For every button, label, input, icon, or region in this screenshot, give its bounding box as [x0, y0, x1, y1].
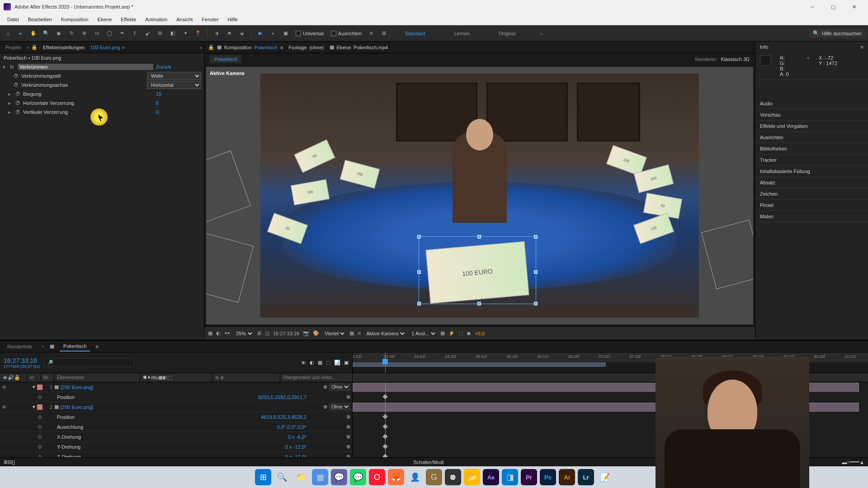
pixel-icon[interactable]: ▦ [440, 330, 445, 336]
panel-menu-icon[interactable]: ≡ [861, 44, 863, 50]
fx-target-link[interactable]: 100 Euro.png [90, 45, 120, 50]
ellipse-tool-icon[interactable]: ◯ [104, 28, 115, 39]
toggle-switches-icon[interactable]: ⊞ [4, 459, 8, 465]
guides-icon[interactable]: ⊞ [257, 330, 261, 336]
stopwatch-icon[interactable]: ⏱ [14, 73, 19, 79]
taskbar-windows-icon[interactable]: ⊞ [255, 469, 271, 485]
visibility-toggle[interactable]: 👁 [2, 404, 8, 410]
brush-tool-icon[interactable]: 🖌 [142, 28, 153, 39]
menu-fenster[interactable]: Fenster [197, 15, 223, 24]
zoom-slider[interactable]: ○━━━ [847, 459, 859, 465]
taskbar-ps-icon[interactable]: Ps [540, 469, 556, 485]
stopwatch-icon[interactable]: ⏱ [14, 82, 19, 88]
playhead-handle[interactable] [382, 359, 388, 364]
draft-icon[interactable]: ◉ [467, 330, 471, 336]
panel-absatz[interactable]: Absatz [755, 177, 868, 188]
help-search[interactable]: 🔍 Hilfe durchsuchen [809, 29, 865, 38]
taskbar-teams-icon[interactable]: 💬 [331, 469, 347, 485]
stopwatch-icon[interactable]: ⏱ [15, 100, 20, 106]
snapshot-icon[interactable]: 📷 [303, 330, 309, 336]
rect-tool-icon[interactable]: ▭ [91, 28, 102, 39]
bend-value[interactable]: 15 [156, 91, 201, 97]
menu-hilfe[interactable]: Hilfe [223, 15, 242, 24]
home-icon[interactable]: ⌂ [3, 28, 14, 39]
expand-icon[interactable]: ▾ [33, 384, 35, 390]
text-tool-icon[interactable]: T [129, 28, 140, 39]
layer-name[interactable]: [200 Euro.png] [61, 385, 93, 390]
shy-icon[interactable]: 👁 [301, 360, 306, 366]
workspace-standard[interactable]: Standard [405, 31, 425, 36]
expand-icon[interactable]: ▸ [8, 91, 13, 97]
warp-style-select[interactable]: Welle [147, 72, 201, 80]
renderer-value[interactable]: Klassisch 3D [721, 56, 750, 62]
alpha-icon[interactable]: ▦ [208, 330, 212, 336]
tab-layer-label[interactable]: Ebene [337, 45, 351, 50]
position-value[interactable]: 5093,6,1592,0,3911,7 [258, 394, 307, 400]
taskbar-app-icon[interactable]: 👤 [407, 469, 423, 485]
taskbar-search-icon[interactable]: 🔍 [274, 469, 290, 485]
layer-name[interactable]: [200 Euro.png] [61, 404, 93, 410]
panel-ausrichten[interactable]: Ausrichten [755, 132, 868, 143]
menu-komposition[interactable]: Komposition [57, 15, 93, 24]
views-select[interactable]: 1 Ansi... [410, 330, 437, 337]
taskbar-files-icon[interactable]: 📂 [464, 469, 480, 485]
close-button[interactable]: ✕ [844, 0, 864, 14]
panel-content-aware[interactable]: Inhaltsbasierte Füllung [755, 166, 868, 177]
taskbar-vscode-icon[interactable]: ◨ [502, 469, 518, 485]
layer-search[interactable]: 🔎 [44, 358, 134, 367]
col-parent[interactable]: Übergeordnet und verkn... [280, 373, 353, 382]
panel-vorschau[interactable]: Vorschau [755, 109, 868, 120]
puppet-tool-icon[interactable]: 📍 [193, 28, 203, 39]
taskbar-ae-icon[interactable]: Ae [483, 469, 499, 485]
lock-icon[interactable]: 🔒 [208, 44, 214, 50]
current-timecode[interactable]: 16:27:33:16 [4, 357, 40, 364]
panel-overflow-icon[interactable]: » [199, 45, 202, 50]
panel-tracker[interactable]: Tracker [755, 155, 868, 165]
menu-ansicht[interactable]: Ansicht [172, 15, 197, 24]
taskbar-lr-icon[interactable]: Lr [578, 469, 594, 485]
grid-icon[interactable]: ⊞ [379, 28, 390, 39]
prop-position[interactable]: Position [43, 394, 75, 400]
keyframe-nav-icon[interactable]: ◇ [38, 394, 42, 400]
graph-icon[interactable]: 📊 [334, 360, 340, 366]
clone-tool-icon[interactable]: ⧉ [155, 28, 165, 39]
zoom-select[interactable]: 25% [234, 330, 254, 337]
comp-name-link[interactable]: Pokertisch [255, 45, 278, 50]
tab-project[interactable]: Projekt [2, 43, 24, 52]
panel-audio[interactable]: Audio [755, 98, 868, 109]
taskbar-pr-icon[interactable]: Pr [521, 469, 537, 485]
stopwatch-icon[interactable]: ⏱ [15, 109, 20, 115]
parent-select[interactable]: Ohne [329, 404, 350, 410]
panel-effekte[interactable]: Effekte und Vorgaben [755, 121, 868, 131]
label-color[interactable] [37, 385, 42, 390]
taskbar-firefox-icon[interactable]: 🦊 [388, 469, 404, 485]
col-name[interactable]: Ebenenname [54, 373, 140, 382]
workspace-lernen[interactable]: Lernen [454, 31, 470, 36]
tab-composition-label[interactable]: Komposition [224, 45, 252, 50]
zoom-in-icon[interactable]: ▲ [859, 460, 864, 465]
orbit-tool-icon[interactable]: ◉ [53, 28, 64, 39]
snap-checkbox[interactable] [296, 31, 301, 36]
tab-footage-label[interactable]: Footage [288, 45, 307, 50]
parent-select[interactable]: Ohne [329, 384, 350, 390]
fast-icon[interactable]: ⚡ [448, 330, 455, 336]
taskbar-widgets-icon[interactable]: ▦ [312, 469, 328, 485]
taskbar-opera-icon[interactable]: O [369, 469, 385, 485]
label-color[interactable] [37, 404, 42, 410]
world-axis-icon[interactable]: ⬘ [224, 28, 235, 39]
visibility-toggle[interactable]: 👁 [2, 385, 8, 390]
expand-icon[interactable]: ▾ [33, 404, 35, 410]
switches-modes-toggle[interactable]: Schalter/Modi [413, 460, 443, 465]
glasses-icon[interactable]: 👓 [224, 330, 231, 336]
hdist-value[interactable]: 0 [156, 100, 201, 106]
rotate-tool-icon[interactable]: ↻ [66, 28, 77, 39]
camera-select[interactable]: Aktive Kamera [364, 330, 406, 337]
3d-icon[interactable]: ⬚ [326, 360, 330, 366]
menu-animation[interactable]: Animation [141, 15, 172, 24]
exposure-value[interactable]: +0,0 [475, 331, 485, 336]
overlay-icon[interactable]: ▣ [344, 360, 349, 366]
taskbar-notes-icon[interactable]: 📝 [597, 469, 613, 485]
color-icon[interactable]: 🎨 [313, 330, 319, 336]
effect-name[interactable]: Verkrümmen [18, 64, 153, 70]
eraser-tool-icon[interactable]: ◧ [167, 28, 178, 39]
